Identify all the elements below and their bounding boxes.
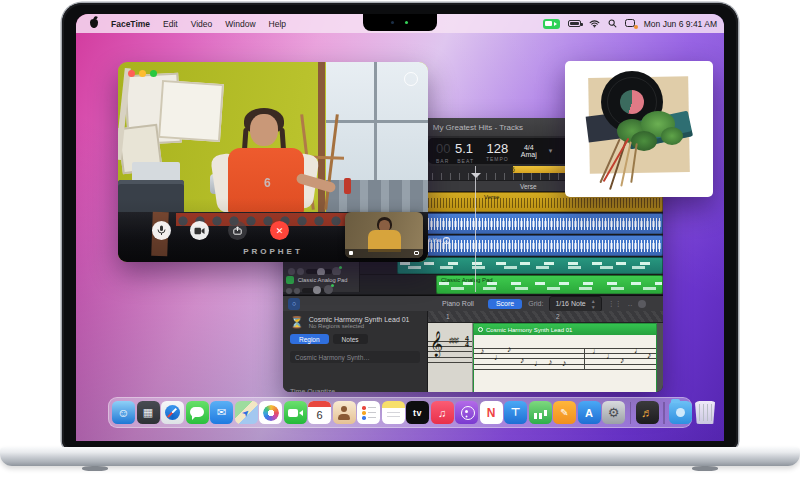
lcd-tempo: 128 xyxy=(487,141,509,156)
score-region[interactable]: Cosmic Harmony Synth Lead 01 ♪ ♩ ♪ ♪ ♩ ♪… xyxy=(473,323,657,392)
dock-numbers-icon[interactable] xyxy=(529,401,552,424)
tab-piano-roll[interactable]: Piano Roll xyxy=(434,299,482,309)
dock-contacts-icon[interactable] xyxy=(333,401,356,424)
envelope-glyph: ✉ xyxy=(217,406,226,419)
dock-music-icon[interactable]: ♫ xyxy=(431,401,454,424)
track-name: Classic Analog Pad xyxy=(298,277,348,283)
menu-edit[interactable]: Edit xyxy=(163,19,178,29)
menu-facetime[interactable]: FaceTime xyxy=(111,19,150,29)
time-signature: 44 xyxy=(465,336,469,348)
region-label: Hi Hat 2 xyxy=(426,237,450,243)
treble-clef: 𝄞 xyxy=(430,331,443,357)
artwork-foliage xyxy=(661,127,683,145)
tab-notes[interactable]: Notes xyxy=(333,334,368,344)
marker-label: Verse xyxy=(520,183,537,190)
zoom-button[interactable] xyxy=(150,70,157,77)
note-glyph: ♪ xyxy=(507,344,512,354)
dock-photos-icon[interactable] xyxy=(259,401,282,424)
dock-calendar-icon[interactable]: 6 xyxy=(308,401,331,424)
minimize-button[interactable] xyxy=(139,70,146,77)
score-ruler[interactable]: 1 2 xyxy=(428,311,663,323)
region-pad[interactable]: Classic Analog Pad xyxy=(436,275,663,294)
wifi-icon[interactable] xyxy=(589,19,600,28)
artwork-window[interactable] xyxy=(565,61,713,197)
dock-pages-icon[interactable]: ✎ xyxy=(553,401,576,424)
dock-tv-icon[interactable]: tv xyxy=(406,401,429,424)
sweater-number: 6 xyxy=(264,176,271,190)
playhead-handle[interactable] xyxy=(471,173,481,178)
grid-dropdown[interactable]: 1/16 Note▲▼ xyxy=(549,296,601,312)
dock-settings-icon[interactable]: ⚙ xyxy=(602,401,625,424)
menu-video[interactable]: Video xyxy=(191,19,213,29)
pan-knob[interactable] xyxy=(324,285,333,294)
region-loop-icon xyxy=(478,327,483,332)
region-arp[interactable]: Arp xyxy=(397,257,663,274)
mute-button[interactable] xyxy=(288,268,295,275)
solo-button[interactable] xyxy=(297,268,304,275)
dock-safari-icon[interactable] xyxy=(161,401,184,424)
dock-facetime-icon[interactable] xyxy=(284,401,307,424)
stepper-icon[interactable]: ▲▼ xyxy=(591,298,596,310)
link-button[interactable]: ○ xyxy=(288,298,300,310)
menu-bar-clock[interactable]: Mon Jun 6 9:41 AM xyxy=(644,19,717,29)
dock-podcasts-icon[interactable] xyxy=(455,401,478,424)
volume-slider[interactable] xyxy=(306,269,332,274)
volume-slider[interactable] xyxy=(302,288,324,293)
facetime-window: 6 PROPHET xyxy=(118,62,428,262)
facetime-active-indicator[interactable] xyxy=(543,19,560,29)
video-icon xyxy=(194,227,205,235)
window-mullion xyxy=(326,120,428,123)
more-icon[interactable]: ‥ xyxy=(628,300,633,308)
end-call-button[interactable]: ✕ xyxy=(270,221,289,240)
zoom-knob-icon[interactable] xyxy=(638,300,646,308)
tab-score[interactable]: Score xyxy=(488,299,522,309)
time-quantize-label: Time Quantize xyxy=(290,388,335,392)
dock-mail-icon[interactable]: ✉ xyxy=(210,401,233,424)
dock-notes-icon[interactable] xyxy=(382,401,405,424)
note-options-icon[interactable]: ⋮⋮ xyxy=(608,300,622,308)
pip-status-bar xyxy=(345,249,423,258)
clef-margin: 𝄞 ♯♯♯ 44 xyxy=(428,323,473,392)
camera-toggle-button[interactable] xyxy=(190,221,209,240)
track-header-pad[interactable]: Classic Analog Pad xyxy=(283,275,360,292)
macos-desktop: ≡ My Greatest Hits - Tracks 00 5.1 BARBE… xyxy=(76,14,724,441)
score-region-header[interactable]: Cosmic Harmony Synth Lead 01 xyxy=(474,324,656,335)
mute-mic-button[interactable] xyxy=(152,221,171,240)
dock-launchpad-icon[interactable]: ▦ xyxy=(137,401,160,424)
video-effects-button[interactable] xyxy=(404,72,418,86)
note-glyph: ♪ xyxy=(647,350,652,360)
dock-keynote-icon[interactable]: ⊤ xyxy=(504,401,527,424)
apple-logo-icon[interactable] xyxy=(90,19,98,28)
menu-help[interactable]: Help xyxy=(269,19,286,29)
dock-appstore-icon[interactable]: A xyxy=(578,401,601,424)
dock-trash-icon[interactable] xyxy=(694,401,717,424)
dock-finder-icon[interactable]: ☺ xyxy=(112,401,135,424)
playhead[interactable] xyxy=(475,166,476,292)
mute-button[interactable] xyxy=(286,288,292,294)
share-screen-button[interactable] xyxy=(228,221,247,240)
canvas-prop xyxy=(158,80,224,142)
user-switch-icon[interactable] xyxy=(625,19,636,28)
spotlight-search-icon[interactable] xyxy=(608,19,617,28)
lcd-chevron-icon[interactable]: ▾ xyxy=(549,147,553,155)
close-button[interactable] xyxy=(128,70,135,77)
solo-button[interactable] xyxy=(294,288,300,294)
inspector-subtitle: No Regions selected xyxy=(309,323,410,329)
tab-region[interactable]: Region xyxy=(290,334,329,344)
score-editor[interactable]: 1 2 𝄞 ♯♯♯ 44 Cosmic Harmony Synth Lead 0… xyxy=(428,311,663,392)
region-name-field[interactable]: Cosmic Harmony Synth… xyxy=(290,351,420,363)
note-glyph: ♪ xyxy=(620,355,625,365)
camera-lens xyxy=(391,21,394,24)
dock-messages-icon[interactable] xyxy=(186,401,209,424)
launchpad-glyph: ▦ xyxy=(143,406,153,419)
dock-reminders-icon[interactable] xyxy=(357,401,380,424)
dock-garageband-icon[interactable]: ♬ xyxy=(636,401,659,424)
editor-body: ⏳ Cosmic Harmony Synth Lead 01 No Region… xyxy=(283,311,663,392)
dock-news-icon[interactable]: N xyxy=(480,401,503,424)
battery-icon[interactable] xyxy=(568,20,581,27)
pip-self-view[interactable] xyxy=(345,212,423,258)
dock-maps-icon[interactable]: ➤ xyxy=(235,401,258,424)
dock-downloads-folder-icon[interactable] xyxy=(669,401,692,424)
dock-separator xyxy=(630,402,632,424)
menu-window[interactable]: Window xyxy=(225,19,255,29)
